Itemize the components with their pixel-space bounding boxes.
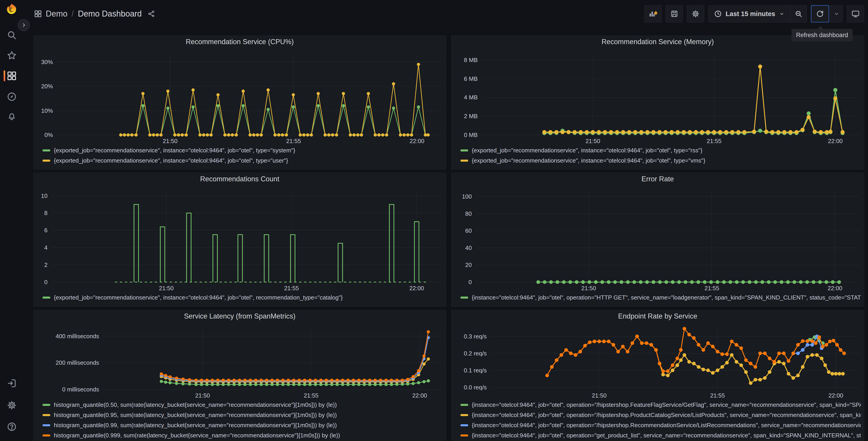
chevron-down-icon [834,11,839,17]
legend-item[interactable]: histogram_quantile(0.999, sum(rate(laten… [42,430,443,441]
y-tick-label: 30% [41,59,53,65]
chart-recommendations-count[interactable]: 024681021:5021:5522:00 [37,185,443,292]
sidebar-active-indicator [4,70,5,81]
legend-label: {exported_job="recommendationservice", i… [54,294,343,301]
legend-item[interactable]: histogram_quantile(0.50, sum(rate(latenc… [42,400,443,410]
time-zoom-out-button[interactable] [790,5,807,22]
chevron-right-icon [21,22,27,28]
legend-label: {instance="otelcol:9464", job="otel", op… [472,294,861,301]
legend-item[interactable]: {instance="otelcol:9464", job="otel", op… [461,430,861,441]
panel-title[interactable]: Recommendation Service (CPU%) [37,36,443,48]
y-tick-label: 10% [41,107,53,114]
gear-icon [691,9,700,18]
panel-recommendations-count[interactable]: Recommendations Count024681021:5021:5522… [33,173,446,307]
legend-item[interactable]: {instance="otelcol:9464", job="otel", op… [461,410,861,420]
legend-item[interactable]: {exported_job="recommendationservice", i… [42,145,443,155]
y-tick-label: 0.1 req/s [464,367,487,374]
x-tick-label: 21:50 [195,392,210,399]
chart-recommendation-service-cpu[interactable]: 0%10%20%30%21:5021:5522:00 [37,48,443,145]
sidebar-item-gear[interactable] [6,400,17,410]
time-range-picker: Last 15 minutes [708,5,807,22]
legend-item[interactable]: {instance="otelcol:9464", job="otel", op… [461,400,861,410]
legend-swatch [461,297,468,299]
refresh-tooltip: Refresh dashboard [792,29,852,41]
panel-title[interactable]: Endpoint Rate by Service [455,310,861,322]
x-tick-label: 21:55 [284,285,299,292]
time-range-label: Last 15 minutes [726,10,775,18]
sidebar-item-bell[interactable] [6,111,17,121]
time-range-button[interactable]: Last 15 minutes [709,5,790,22]
legend-swatch [42,404,50,406]
y-tick-label: 0 [469,279,472,286]
sidebar-item-apps[interactable] [6,70,17,81]
y-tick-label: 0 milliseconds [62,386,99,393]
legend-label: {exported_job="recommendationservice", i… [472,157,705,164]
y-tick-label: 100 [462,193,472,200]
sidebar-item-help[interactable] [6,421,17,432]
expand-sidebar-button[interactable] [18,19,30,31]
panel-title[interactable]: Service Latency (from SpanMetrics) [37,310,443,322]
legend-item[interactable]: {instance="otelcol:9464", job="otel", op… [461,420,861,430]
share-icon[interactable] [148,10,155,18]
x-tick-label: 22:00 [828,285,842,292]
x-tick-label: 21:50 [592,392,607,399]
cycle-view-mode-button[interactable] [847,5,864,22]
legend-item[interactable]: histogram_quantile(0.95, sum(rate(latenc… [42,410,443,420]
panel-legend: {exported_job="recommendationservice", i… [461,145,861,166]
save-dashboard-button[interactable] [666,5,683,22]
legend-swatch [461,404,468,406]
grafana-logo[interactable] [5,3,18,16]
legend-item[interactable]: {exported_job="recommendationservice", i… [461,145,861,155]
dashboard-settings-button[interactable] [687,5,704,22]
chart-error-rate[interactable]: 02040608010021:5021:5522:00 [455,185,861,292]
x-tick-label: 22:00 [828,138,843,144]
chart-service-latency-from-spanmetrics[interactable]: 0 milliseconds200 milliseconds400 millis… [37,322,443,399]
legend-label: histogram_quantile(0.95, sum(rate(latenc… [54,412,337,419]
refresh-dashboard-button[interactable] [811,5,829,22]
chart-endpoint-rate-by-service[interactable]: 0.0 req/s0.1 req/s0.2 req/s0.3 req/s21:5… [455,322,861,399]
add-panel-button[interactable] [645,5,662,22]
panel-title[interactable]: Recommendations Count [37,173,443,185]
panel-service-latency-from-spanmetrics[interactable]: Service Latency (from SpanMetrics)0 mill… [33,310,446,441]
tooltip-text: Refresh dashboard [796,32,848,38]
x-tick-label: 21:50 [159,285,174,292]
panel-recommendation-service-cpu[interactable]: Recommendation Service (CPU%)0%10%20%30%… [33,35,446,170]
breadcrumb: Demo / Demo Dashboard [34,0,155,28]
legend-swatch [461,414,468,416]
legend-swatch [461,149,468,151]
y-tick-label: 60 [465,227,472,234]
legend-item[interactable]: {instance="otelcol:9464", job="otel", op… [461,293,861,303]
x-tick-label: 21:55 [286,138,301,144]
panel-endpoint-rate-by-service[interactable]: Endpoint Rate by Service0.0 req/s0.1 req… [451,310,864,441]
sidebar-item-signin[interactable] [6,378,17,388]
legend-item[interactable]: {exported_job="recommendationservice", i… [42,155,443,166]
panel-legend: {instance="otelcol:9464", job="otel", op… [461,400,861,441]
save-icon [670,10,678,18]
sidebar-item-star[interactable] [6,50,17,61]
legend-swatch [461,424,468,426]
legend-item[interactable]: {exported_job="recommendationservice", i… [461,155,861,166]
y-tick-label: 0.0 req/s [464,384,487,391]
legend-label: {exported_job="recommendationservice", i… [54,147,295,154]
legend-swatch [42,424,50,426]
panel-error-rate[interactable]: Error Rate02040608010021:5021:5522:00{in… [451,173,864,307]
breadcrumb-page-title[interactable]: Demo Dashboard [78,9,142,19]
add-panel-icon [649,9,657,18]
breadcrumb-section[interactable]: Demo [46,9,67,19]
x-tick-label: 21:55 [304,392,318,399]
legend-label: {instance="otelcol:9464", job="otel", op… [472,401,861,408]
legend-item[interactable]: histogram_quantile(0.99, sum(rate(latenc… [42,420,443,430]
chart-recommendation-service-memory[interactable]: 0 MB2 MB4 MB6 MB8 MB21:5021:5522:00 [455,48,861,145]
legend-swatch [42,159,50,161]
y-tick-label: 2 MB [464,113,478,120]
zoom-out-icon [795,10,803,18]
y-tick-label: 200 milliseconds [56,359,99,366]
panel-recommendation-service-memory[interactable]: Recommendation Service (Memory)0 MB2 MB4… [451,35,864,170]
legend-item[interactable]: {exported_job="recommendationservice", i… [42,293,443,303]
refresh-icon [816,10,824,18]
panel-title[interactable]: Error Rate [455,173,861,185]
sidebar-item-compass[interactable] [6,91,17,102]
sidebar-item-search[interactable] [6,30,17,40]
refresh-interval-dropdown[interactable] [830,5,843,22]
y-tick-label: 2 [44,262,48,268]
